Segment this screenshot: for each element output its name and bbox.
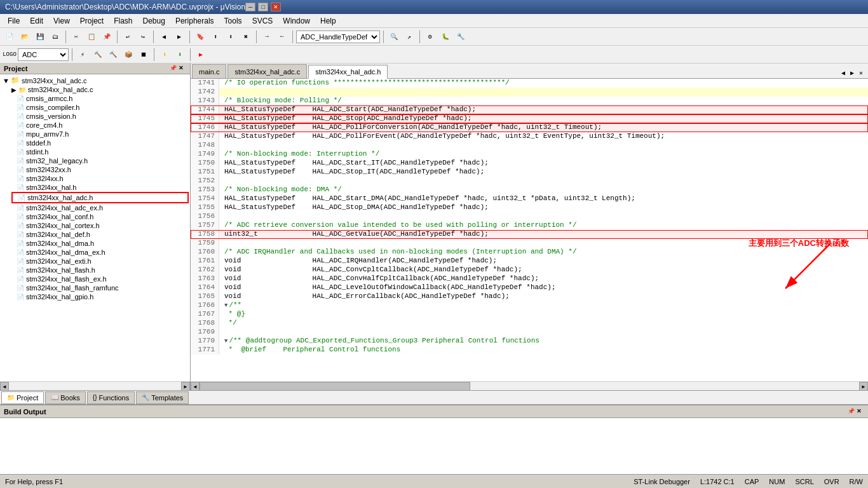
nav-fwd-btn[interactable]: ▶ [172,30,186,44]
menu-item-svcs[interactable]: SVCS [247,15,278,27]
copy-btn[interactable]: 📋 [85,30,98,44]
new2-btn[interactable]: LOGO [3,48,17,62]
build-close-button[interactable]: ✕ [857,408,864,416]
tree-item[interactable]: 📄stm32l4xx_hal_cortex.h [11,221,189,230]
editor-scroll-left[interactable]: ◀ [191,382,200,390]
editor-tab[interactable]: stm32l4xx_hal_adc.h [308,65,388,79]
bottom-tab[interactable]: 🔧Templates [136,391,189,404]
collapse-icon[interactable]: ▼ [224,302,227,309]
tree-item[interactable]: 📄stddef.h [11,139,189,147]
bottom-tab[interactable]: 📖Books [45,391,86,404]
next-bookmark-btn[interactable]: ⬇ [224,30,238,44]
dbg-btn[interactable]: 🐛 [438,30,452,44]
nav-back-btn[interactable]: ◀ [157,30,171,44]
tree-item[interactable]: 📄stm32l4xx_hal_def.h [11,230,189,239]
menu-item-project[interactable]: Project [75,15,109,27]
bottom-tab[interactable]: {}Functions [87,391,135,404]
settings-btn[interactable]: 🔧 [454,30,468,44]
unindent-btn[interactable]: ← [275,30,289,44]
tree-item[interactable]: 📄stm32l4xx_hal_flash.h [11,266,189,274]
hscroll-project[interactable]: ◀ ▶ [0,381,190,390]
menu-item-view[interactable]: View [48,15,75,27]
redo-btn[interactable]: ↪ [136,30,150,44]
download2-btn[interactable]: ⬇ [173,48,187,62]
hscroll-track[interactable] [9,382,181,390]
start-debug-btn[interactable]: ▶ [194,48,208,62]
panel-close-button[interactable]: ✕ [179,65,186,72]
tree-item[interactable]: 📄stm32l4xx_hal.h [11,183,189,192]
new-file-btn[interactable]: 📄 [3,30,17,44]
tree-item[interactable]: 📄core_cm4.h [11,121,189,130]
tree-item[interactable]: 📄cmsis_version.h [11,112,189,121]
editor-hscroll[interactable]: ◀ ▶ [191,381,868,390]
goto-btn[interactable]: ↗ [402,30,416,44]
editor-tab[interactable]: main.c [192,64,226,78]
tab-scroll-left[interactable]: ◀ [840,68,846,78]
find-btn[interactable]: 🔍 [387,30,401,44]
menu-item-edit[interactable]: Edit [25,15,48,27]
bookmark-btn[interactable]: 🔖 [193,30,207,44]
minimize-button[interactable]: ─ [245,3,255,11]
tree-item[interactable]: 📄stm32l4xx_hal_conf.h [11,212,189,221]
menu-item-flash[interactable]: Flash [109,15,137,27]
close-button[interactable]: ✕ [271,3,281,11]
open-btn[interactable]: 📂 [18,30,32,44]
scroll-right-btn[interactable]: ▶ [181,382,190,390]
paste-btn[interactable]: 📌 [100,30,114,44]
tree-item[interactable]: 📄cmsis_armcc.h [11,94,189,103]
tree-item[interactable]: 📄stm32l4xx_hal_flash_ex.h [11,274,189,283]
tree-item[interactable]: 📄cmsis_compiler.h [11,103,189,112]
tree-item[interactable]: 📄stm32l4xx_hal_dma_ex.h [11,248,189,257]
tree-item[interactable]: 📄stm32l4xx_hal_dma.h [11,239,189,248]
tree-item[interactable]: 📄stm32l4xx_hal_adc_ex.h [11,203,189,212]
collapse-icon[interactable]: ▼ [224,338,227,344]
menu-item-window[interactable]: Window [278,15,315,27]
tree-item[interactable]: ▶ 📁stm32l4xx_hal_adc.c [11,85,189,94]
menu-item-tools[interactable]: Tools [219,15,247,27]
tree-item[interactable]: 📄stm32l432xx.h [11,165,189,174]
download-btn[interactable]: ⬇ [158,48,172,62]
translate-btn[interactable]: ⚡ [76,48,90,62]
editor-hscroll-track[interactable] [470,382,859,390]
tree-item[interactable]: 📄mpu_armv7.h [11,130,189,139]
tree-item[interactable]: 📄stm32l4xx.h [11,174,189,183]
menu-item-peripherals[interactable]: Peripherals [170,15,219,27]
build-pin-button[interactable]: 📌 [848,408,855,416]
root-item[interactable]: stm32l4xx_hal_adc.c [22,77,87,85]
indent-btn[interactable]: → [260,30,274,44]
build-output-content[interactable] [0,418,868,474]
tab-scroll-right[interactable]: ▶ [849,68,855,78]
menu-item-file[interactable]: File [3,15,25,27]
build-btn[interactable]: 🔨 [91,48,105,62]
pin-button[interactable]: 📌 [170,65,177,72]
tree-item[interactable]: 📄stm32_hal_legacy.h [11,156,189,165]
editor-tab[interactable]: stm32l4xx_hal_adc.c [227,64,307,78]
menu-item-help[interactable]: Help [315,15,341,27]
bottom-tab[interactable]: 📁Project [1,391,44,404]
tree-item[interactable]: 📄stm32l4xx_hal_flash_ramfunc [11,283,189,292]
code-editor[interactable]: 1741/* IO operation functions **********… [191,79,868,381]
undo-btn[interactable]: ↩ [121,30,135,44]
function-combo[interactable]: ADC_HandleTypeDef [296,30,380,43]
menu-item-debug[interactable]: Debug [138,15,170,27]
save-all-btn[interactable]: 🗂 [48,30,62,44]
batch-btn[interactable]: 📦 [121,48,135,62]
prev-bookmark-btn[interactable]: ⬆ [208,30,222,44]
maximize-button[interactable]: □ [258,3,268,11]
tab-close-btn[interactable]: ✕ [858,68,864,78]
clear-bookmarks-btn[interactable]: ✖ [239,30,253,44]
config-btn[interactable]: ⚙ [423,30,437,44]
tree-item[interactable]: 📄stm32l4xx_hal_gpio.h [11,292,189,301]
editor-scroll-right[interactable]: ▶ [859,382,868,390]
scroll-left-btn[interactable]: ◀ [0,382,9,390]
rebuild-btn[interactable]: 🔨 [106,48,120,62]
tree-item[interactable]: 📄stm32l4xx_hal_adc.h [11,192,189,203]
tree-item[interactable]: 📄stdint.h [11,147,189,156]
stop-btn[interactable]: ⏹ [137,48,151,62]
line-number: 1758 [191,230,219,239]
target-combo[interactable]: ADC [18,48,69,61]
tree-item[interactable]: 📄stm32l4xx_hal_exti.h [11,257,189,266]
editor-hscroll-thumb[interactable] [200,382,470,390]
cut-btn[interactable]: ✂ [69,30,83,44]
save-btn[interactable]: 💾 [33,30,47,44]
